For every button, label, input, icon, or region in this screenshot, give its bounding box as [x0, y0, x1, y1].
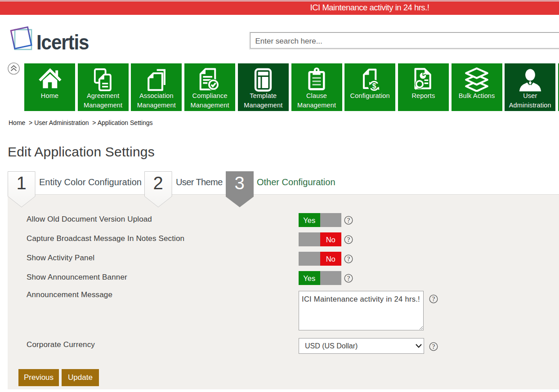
svg-text:?: ? — [432, 295, 435, 303]
svg-text:?: ? — [347, 275, 350, 282]
svg-text:?: ? — [347, 255, 350, 263]
svg-text:?: ? — [432, 343, 435, 350]
svg-text:?: ? — [347, 236, 350, 243]
svg-text:Icertis: Icertis — [36, 31, 89, 53]
svg-text:$: $ — [372, 82, 376, 90]
svg-text:?: ? — [347, 217, 350, 224]
